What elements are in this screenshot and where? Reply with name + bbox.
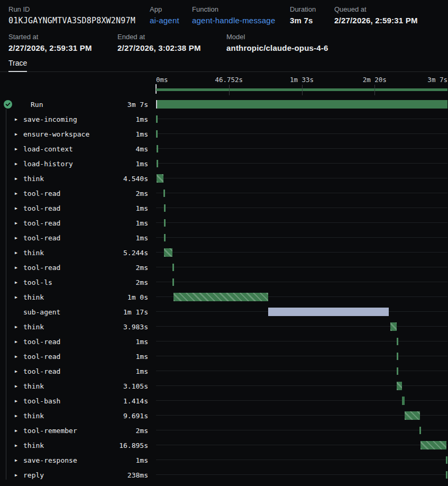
- expand-caret-icon[interactable]: ▶: [15, 265, 23, 270]
- span-bar[interactable]: [156, 130, 158, 138]
- expand-caret-icon[interactable]: ▶: [15, 458, 23, 463]
- span-row[interactable]: ▶ tool-read 1ms: [0, 364, 448, 379]
- expand-caret-icon[interactable]: ▶: [15, 354, 23, 359]
- header-field-value: 2/27/2026, 2:59:31 PM: [8, 43, 92, 52]
- expand-caret-icon[interactable]: ▶: [15, 295, 23, 300]
- expand-caret-icon[interactable]: ▶: [15, 250, 23, 255]
- span-bar[interactable]: [397, 353, 398, 360]
- expand-caret-icon[interactable]: ▶: [15, 147, 23, 151]
- span-row[interactable]: ▶ tool-read 1ms: [0, 334, 448, 349]
- expand-caret-icon[interactable]: ▶: [15, 399, 23, 403]
- span-row[interactable]: ▶ load-context 4ms: [0, 141, 448, 156]
- span-name: tool-read: [23, 338, 60, 346]
- span-bar[interactable]: [172, 264, 174, 271]
- span-bar[interactable]: [164, 219, 166, 227]
- span-row-left: ▶ load-context 4ms: [0, 141, 156, 156]
- span-row[interactable]: ▶ think 16.895s: [0, 438, 448, 453]
- span-bar[interactable]: [419, 427, 421, 434]
- span-bar[interactable]: [157, 160, 158, 167]
- span-bar[interactable]: [446, 456, 447, 464]
- span-row[interactable]: ▶ tool-ls 2ms: [0, 275, 448, 290]
- span-name: ensure-workspace: [23, 130, 89, 138]
- span-bar[interactable]: [390, 322, 397, 331]
- span-bar[interactable]: [173, 293, 268, 301]
- span-duration: 238ms: [127, 471, 156, 479]
- status-check-icon: [4, 100, 12, 109]
- span-row[interactable]: ▶ think 4.540s: [0, 171, 448, 186]
- expand-caret-icon[interactable]: ▶: [15, 221, 23, 226]
- span-bar[interactable]: [397, 382, 402, 390]
- span-row-left: ▶ tool-remember 2ms: [0, 423, 156, 438]
- span-row[interactable]: ▶ tool-read 2ms: [0, 260, 448, 275]
- span-row[interactable]: ▶ sub-agent 1m 17s: [0, 304, 448, 319]
- expand-caret-icon[interactable]: ▶: [15, 339, 23, 344]
- minimap-tick: [229, 85, 230, 95]
- expand-caret-icon[interactable]: ▶: [15, 443, 23, 448]
- span-bar[interactable]: [402, 397, 405, 405]
- span-row[interactable]: ▶ reply 238ms: [0, 467, 448, 482]
- expand-caret-icon[interactable]: ▶: [15, 473, 23, 478]
- span-bar[interactable]: [156, 115, 158, 123]
- span-row[interactable]: Run 3m 7s: [0, 97, 448, 112]
- span-bar[interactable]: [163, 190, 165, 197]
- expand-caret-icon[interactable]: ▶: [15, 384, 23, 389]
- track-gridline: [156, 341, 447, 341]
- span-row[interactable]: ▶ think 9.691s: [0, 408, 448, 423]
- span-row[interactable]: ▶ load-history 1ms: [0, 156, 448, 171]
- span-bar[interactable]: [172, 278, 174, 286]
- span-row[interactable]: ▶ tool-read 1ms: [0, 201, 448, 215]
- span-bar[interactable]: [405, 411, 420, 420]
- expand-caret-icon[interactable]: ▶: [15, 413, 23, 418]
- expand-caret-icon[interactable]: ▶: [15, 369, 23, 374]
- expand-caret-icon[interactable]: ▶: [15, 117, 23, 122]
- span-row[interactable]: ▶ ensure-workspace 1ms: [0, 127, 448, 141]
- span-duration: 1ms: [136, 353, 156, 361]
- span-duration: 1ms: [136, 204, 156, 212]
- span-bar[interactable]: [164, 204, 166, 212]
- span-row[interactable]: ▶ tool-remember 2ms: [0, 423, 448, 438]
- span-bar[interactable]: [446, 471, 447, 479]
- span-row[interactable]: ▶ save-response 1ms: [0, 453, 448, 467]
- span-bar[interactable]: [397, 367, 398, 375]
- expand-caret-icon[interactable]: ▶: [15, 236, 23, 240]
- span-bar[interactable]: [397, 338, 398, 345]
- header-field-value: 01KJGAYNGMTVA3SD8P8XW2N97M: [8, 16, 135, 25]
- span-bar[interactable]: [268, 308, 389, 316]
- track-gridline: [156, 356, 447, 356]
- span-row[interactable]: ▶ think 3.105s: [0, 379, 448, 393]
- header-field-value[interactable]: ai-agent: [150, 16, 179, 25]
- expand-caret-icon[interactable]: ▶: [15, 206, 23, 211]
- header-field-label: Queued at: [334, 5, 418, 13]
- span-bar[interactable]: [157, 145, 158, 152]
- span-row[interactable]: ▶ tool-read 1ms: [0, 230, 448, 245]
- span-row[interactable]: ▶ tool-read 2ms: [0, 186, 448, 201]
- span-bar[interactable]: [156, 100, 447, 109]
- span-row[interactable]: ▶ think 5.244s: [0, 245, 448, 260]
- expand-caret-icon[interactable]: ▶: [15, 132, 23, 137]
- span-bar[interactable]: [164, 234, 166, 241]
- span-bar[interactable]: [157, 174, 163, 183]
- expand-caret-icon[interactable]: ▶: [15, 428, 23, 433]
- span-row[interactable]: ▶ tool-bash 1.414s: [0, 393, 448, 408]
- span-row[interactable]: ▶ think 3.983s: [0, 319, 448, 334]
- expand-caret-icon[interactable]: ▶: [15, 161, 23, 166]
- span-duration: 3.105s: [123, 382, 156, 390]
- span-bar[interactable]: [164, 248, 172, 257]
- span-row[interactable]: ▶ tool-read 1ms: [0, 349, 448, 364]
- span-row-left: ▶ save-incoming 1ms: [0, 112, 156, 127]
- track-gridline: [156, 133, 447, 134]
- expand-caret-icon[interactable]: ▶: [15, 280, 23, 285]
- span-row[interactable]: ▶ save-incoming 1ms: [0, 112, 448, 127]
- tab-trace[interactable]: Trace: [8, 59, 27, 72]
- span-name: tool-ls: [23, 278, 52, 286]
- header-field-value[interactable]: agent-handle-message: [192, 16, 275, 25]
- expand-caret-icon[interactable]: ▶: [15, 191, 23, 196]
- expand-caret-icon[interactable]: ▶: [15, 325, 23, 329]
- span-name: save-incoming: [23, 115, 77, 123]
- expand-caret-icon[interactable]: ▶: [15, 176, 23, 181]
- span-bar[interactable]: [420, 441, 446, 449]
- span-track: [156, 304, 448, 319]
- track-gridline: [156, 445, 447, 445]
- span-row[interactable]: ▶ think 1m 0s: [0, 290, 448, 304]
- span-row[interactable]: ▶ tool-read 1ms: [0, 215, 448, 230]
